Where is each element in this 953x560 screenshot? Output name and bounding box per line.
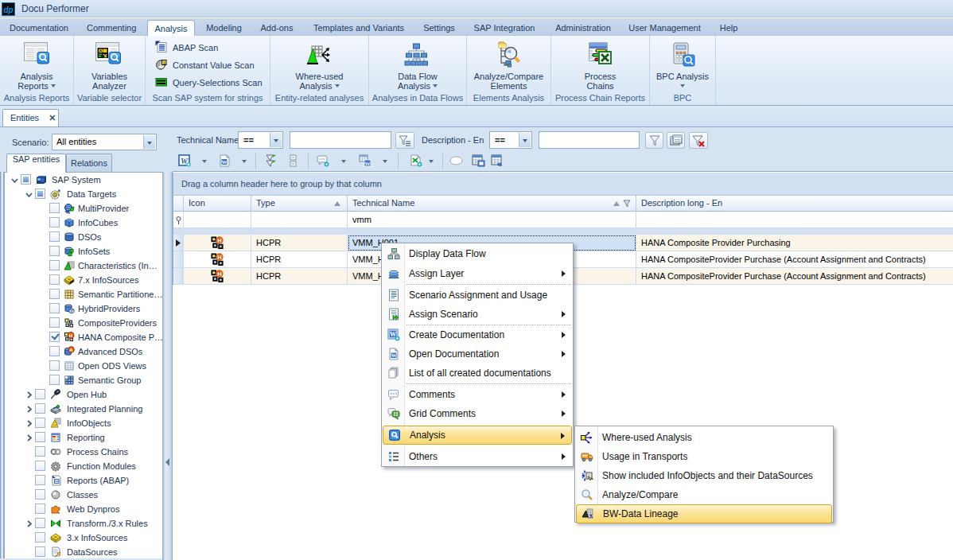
- svg-text:H: H: [217, 254, 221, 261]
- svg-text:H: H: [217, 270, 221, 278]
- svg-text:H: H: [69, 333, 72, 338]
- svg-text:A: A: [69, 348, 73, 352]
- svg-text:W: W: [365, 161, 371, 167]
- svg-text:H: H: [217, 237, 221, 244]
- svg-text:W: W: [222, 159, 228, 165]
- svg-text:W: W: [391, 352, 397, 358]
- svg-text:1: 1: [163, 60, 165, 65]
- svg-text:W: W: [390, 331, 396, 338]
- svg-text:dp: dp: [3, 6, 13, 14]
